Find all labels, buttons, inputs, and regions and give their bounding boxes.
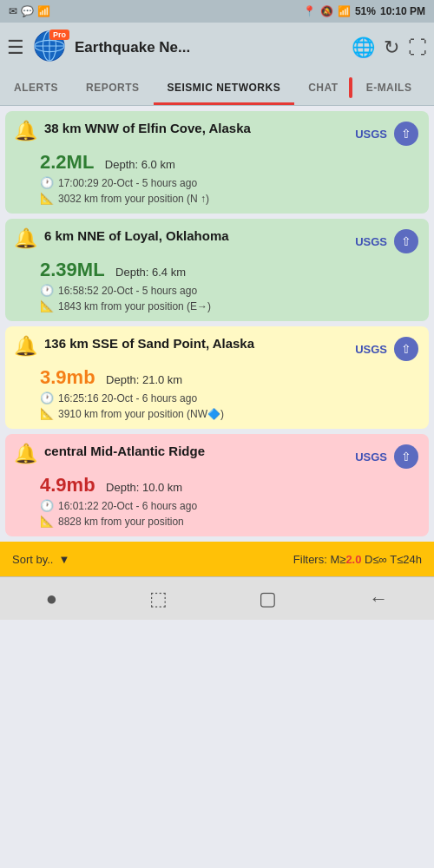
eq-time: 17:00:29 20-Oct - 5 hours ago (58, 177, 197, 189)
eq-details: 3.9mb Depth: 21.0 km 🕐 16:25:16 20-Oct -… (14, 366, 418, 420)
earthquake-icon: 🔔 (14, 335, 37, 358)
eq-distance: 3910 km from your position (NW🔷) (58, 408, 224, 420)
wifi-icon: 📶 (338, 5, 351, 17)
eq-actions: USGS ⇧ (355, 122, 418, 146)
share-button[interactable]: ⇧ (394, 337, 418, 361)
tab-chat[interactable]: CHAT (294, 73, 352, 105)
earthquake-icon: 🔔 (14, 227, 37, 250)
eq-depth: Depth: 10.0 km (106, 481, 182, 494)
share-icon: ⇧ (401, 450, 411, 464)
eq-distance: 1843 km from your position (E→) (58, 300, 211, 312)
sort-by-control[interactable]: Sort by.. ▼ (12, 553, 69, 566)
eq-actions: USGS ⇧ (355, 337, 418, 361)
expand-icon[interactable]: ⛶ (408, 36, 427, 59)
tab-alerts[interactable]: ALERTS (0, 73, 72, 105)
eq-details: 2.2ML Depth: 6.0 km 🕐 17:00:29 20-Oct - … (14, 151, 418, 205)
eq-header: 🔔 136 km SSE of Sand Point, Alaska USGS … (14, 335, 418, 361)
eq-distance: 8828 km from your position (58, 516, 184, 528)
eq-magnitude: 3.9mb (40, 366, 95, 388)
eq-actions: USGS ⇧ (355, 444, 418, 469)
logo-container: Pro (33, 30, 66, 66)
eq-time-row: 🕐 16:58:52 20-Oct - 5 hours ago (40, 284, 418, 297)
refresh-icon[interactable]: ↻ (384, 36, 399, 59)
eq-magnitude: 4.9mb (40, 474, 95, 496)
eq-title-row: 🔔 6 km NNE of Loyal, Oklahoma (14, 227, 350, 250)
earthquake-card-4[interactable]: 🔔 central Mid-Atlantic Ridge USGS ⇧ 4.9m… (5, 434, 429, 536)
pro-badge: Pro (49, 30, 69, 40)
email-status-icon: ✉ (9, 5, 17, 17)
clock-icon: 🕐 (40, 284, 54, 297)
eq-distance-row: 📐 8828 km from your position (40, 515, 418, 528)
eq-time-row: 🕐 17:00:29 20-Oct - 5 hours ago (40, 176, 418, 189)
share-button[interactable]: ⇧ (394, 122, 418, 146)
tab-reports[interactable]: REPORTS (72, 73, 154, 105)
location-distance-icon: 📐 (40, 515, 54, 528)
earthquake-card-1[interactable]: 🔔 38 km WNW of Elfin Cove, Alaska USGS ⇧… (5, 111, 429, 214)
share-button[interactable]: ⇧ (394, 229, 418, 253)
usgs-badge: USGS (355, 235, 387, 248)
eq-distance-row: 📐 3032 km from your position (N ↑) (40, 192, 418, 205)
message-status-icon: 💬 (21, 5, 34, 17)
mute-icon: 🔕 (320, 5, 333, 17)
eq-time-row: 🕐 16:01:22 20-Oct - 6 hours ago (40, 499, 418, 512)
eq-time: 16:01:22 20-Oct - 6 hours ago (58, 500, 197, 512)
earthquake-card-2[interactable]: 🔔 6 km NNE of Loyal, Oklahoma USGS ⇧ 2.3… (5, 219, 429, 321)
share-icon: ⇧ (401, 127, 411, 141)
earthquake-icon: 🔔 (14, 120, 37, 142)
filter-magnitude: 2.0 (345, 553, 361, 566)
nav-square-icon[interactable]: ▢ (259, 588, 277, 610)
location-distance-icon: 📐 (40, 299, 54, 312)
usgs-badge: USGS (355, 343, 387, 356)
status-right: 📍 🔕 📶 51% 10:10 PM (303, 5, 425, 17)
clock-icon: 🕐 (40, 499, 54, 512)
eq-details: 4.9mb Depth: 10.0 km 🕐 16:01:22 20-Oct -… (14, 474, 418, 528)
eq-title-row: 🔔 136 km SSE of Sand Point, Alaska (14, 335, 350, 358)
eq-title: 6 km NNE of Loyal, Oklahoma (44, 227, 229, 245)
eq-depth: Depth: 6.4 km (115, 266, 186, 279)
sort-by-label: Sort by.. (12, 553, 53, 566)
eq-header: 🔔 38 km WNW of Elfin Cove, Alaska USGS ⇧ (14, 120, 418, 146)
bottom-bar: Sort by.. ▼ Filters: M≥2.0 D≤∞ T≤24h (0, 542, 434, 576)
eq-time: 16:25:16 20-Oct - 6 hours ago (58, 392, 197, 404)
share-button[interactable]: ⇧ (394, 444, 418, 469)
location-icon: 📍 (303, 5, 316, 17)
eq-title-row: 🔔 central Mid-Atlantic Ridge (14, 443, 350, 465)
clock-icon: 🕐 (40, 391, 54, 404)
eq-title: 38 km WNW of Elfin Cove, Alaska (44, 120, 251, 137)
filters-text: Filters: M≥2.0 D≤∞ T≤24h (293, 553, 422, 566)
status-bar: ✉ 💬 📶 📍 🔕 📶 51% 10:10 PM (0, 0, 434, 23)
eq-details: 2.39ML Depth: 6.4 km 🕐 16:58:52 20-Oct -… (14, 259, 418, 312)
earthquake-card-3[interactable]: 🔔 136 km SSE of Sand Point, Alaska USGS … (5, 326, 429, 429)
eq-magnitude: 2.39ML (40, 259, 105, 280)
eq-distance: 3032 km from your position (N ↑) (58, 193, 209, 205)
eq-header: 🔔 central Mid-Atlantic Ridge USGS ⇧ (14, 443, 418, 469)
clock-icon: 🕐 (40, 176, 54, 189)
eq-header: 🔔 6 km NNE of Loyal, Oklahoma USGS ⇧ (14, 227, 418, 253)
menu-icon[interactable]: ☰ (7, 36, 24, 59)
share-icon: ⇧ (401, 234, 411, 248)
battery-text: 51% (355, 5, 376, 17)
location-distance-icon: 📐 (40, 192, 54, 205)
tab-seismic-networks[interactable]: SEISMIC NETWORKS (154, 73, 295, 105)
eq-magnitude: 2.2ML (40, 151, 94, 173)
location-distance-icon: 📐 (40, 407, 54, 420)
app-header: ☰ Pro Earthquake Ne... 🌐 ↻ ⛶ (0, 23, 434, 73)
usgs-badge: USGS (355, 128, 387, 141)
eq-title: central Mid-Atlantic Ridge (44, 443, 205, 460)
eq-time: 16:58:52 20-Oct - 5 hours ago (58, 285, 197, 297)
nav-bar: ● ⬚ ▢ ← (0, 576, 434, 620)
status-left: ✉ 💬 📶 (9, 5, 50, 17)
eq-distance-row: 📐 1843 km from your position (E→) (40, 299, 418, 312)
earthquake-icon: 🔔 (14, 443, 37, 465)
tab-bar: ALERTS REPORTS SEISMIC NETWORKS CHAT E-M… (0, 73, 434, 106)
eq-actions: USGS ⇧ (355, 229, 418, 253)
tab-emails[interactable]: E-MAILS (352, 73, 426, 105)
header-actions: 🌐 ↻ ⛶ (352, 36, 427, 59)
eq-title: 136 km SSE of Sand Point, Alaska (44, 335, 254, 352)
sort-chevron-icon: ▼ (58, 553, 69, 566)
globe-icon[interactable]: 🌐 (352, 36, 375, 59)
nav-recent-icon[interactable]: ⬚ (149, 588, 168, 610)
nav-back-icon[interactable]: ← (369, 588, 388, 610)
nav-home-icon[interactable]: ● (46, 588, 57, 610)
eq-time-row: 🕐 16:25:16 20-Oct - 6 hours ago (40, 391, 418, 404)
